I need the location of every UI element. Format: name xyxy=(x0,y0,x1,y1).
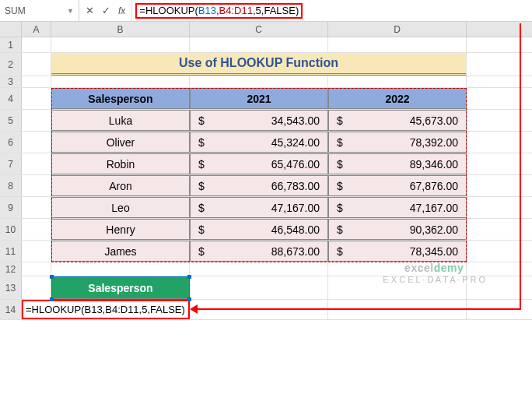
cell[interactable] xyxy=(22,53,51,76)
cell[interactable] xyxy=(51,37,190,52)
row-header[interactable]: 8 xyxy=(0,175,22,196)
row-header[interactable]: 6 xyxy=(0,132,22,153)
page-title: Use of HLOOKUP Function xyxy=(179,56,338,70)
cell[interactable] xyxy=(22,175,51,196)
cell-value-2022[interactable]: $45,673.00 xyxy=(328,110,467,131)
column-headers: A B C D xyxy=(0,22,532,37)
cell-name[interactable]: Aron xyxy=(51,175,190,196)
table-header-2021[interactable]: 2021 xyxy=(190,88,328,109)
table-row: 9Leo$47,167.00$47,167.00 xyxy=(0,197,532,219)
cell[interactable] xyxy=(22,76,51,87)
cell[interactable] xyxy=(22,153,51,174)
cancel-icon[interactable]: ✕ xyxy=(86,5,94,16)
cell[interactable] xyxy=(22,276,51,299)
formula-bar: SUM ▼ ✕ ✓ fx =HLOOKUP(B13,B4:D11,5,FALSE… xyxy=(0,0,532,22)
cell[interactable] xyxy=(22,132,51,153)
col-header-d[interactable]: D xyxy=(328,22,467,37)
table-header-salesperson[interactable]: Salesperson xyxy=(51,88,190,109)
cell[interactable] xyxy=(328,37,467,52)
cell-value-2022[interactable]: $78,392.00 xyxy=(328,132,467,153)
table-row: 7Robin$65,476.00$89,346.00 xyxy=(0,153,532,175)
row-header[interactable]: 5 xyxy=(0,110,22,131)
cell-name[interactable]: Oliver xyxy=(51,132,190,153)
formula-bar-buttons: ✕ ✓ fx xyxy=(79,0,132,21)
cell-value-2022[interactable]: $90,362.00 xyxy=(328,219,467,240)
cell-value-2022[interactable]: $78,345.00 xyxy=(328,241,467,262)
row-header[interactable]: 1 xyxy=(0,37,22,52)
col-header-b[interactable]: B xyxy=(51,22,190,37)
cell[interactable] xyxy=(22,241,51,262)
cell[interactable] xyxy=(22,37,51,52)
row-header[interactable]: 11 xyxy=(0,241,22,262)
cell-value-2022[interactable]: $47,167.00 xyxy=(328,197,467,218)
cell-value-2021[interactable]: $46,548.00 xyxy=(190,219,328,240)
row-2: 2 Use of HLOOKUP Function xyxy=(0,53,532,76)
name-box[interactable]: SUM ▼ xyxy=(0,0,79,21)
cell[interactable] xyxy=(190,76,328,87)
formula-cell-text: =HLOOKUP(B13,B4:D11,5,FALSE) xyxy=(26,304,185,315)
table-row: 10Henry$46,548.00$90,362.00 xyxy=(0,219,532,241)
cell[interactable] xyxy=(22,110,51,131)
fx-icon[interactable]: fx xyxy=(118,5,125,16)
cell[interactable] xyxy=(51,76,190,87)
cell-value-2022[interactable]: $67,876.00 xyxy=(328,175,467,196)
table-header-2022[interactable]: 2022 xyxy=(328,88,467,109)
row-header[interactable]: 2 xyxy=(0,53,22,76)
cell[interactable] xyxy=(190,262,328,276)
select-all-corner[interactable] xyxy=(0,22,22,37)
cell-name[interactable]: Robin xyxy=(51,153,190,174)
cell[interactable] xyxy=(190,37,328,52)
row-3: 3 xyxy=(0,76,532,88)
table-row: 8Aron$66,783.00$67,876.00 xyxy=(0,175,532,197)
row-header[interactable]: 13 xyxy=(0,276,22,299)
formula-cell[interactable]: =HLOOKUP(B13,B4:D11,5,FALSE) xyxy=(22,300,190,319)
row-14: 14 =HLOOKUP(B13,B4:D11,5,FALSE) xyxy=(0,300,532,320)
row-header[interactable]: 3 xyxy=(0,76,22,87)
cell-value-2021[interactable]: $66,783.00 xyxy=(190,175,328,196)
cell[interactable] xyxy=(328,76,467,87)
cell[interactable] xyxy=(22,88,51,109)
cell-value-2021[interactable]: $34,543.00 xyxy=(190,110,328,131)
cell[interactable] xyxy=(190,276,328,299)
cell-value-2021[interactable]: $65,476.00 xyxy=(190,153,328,174)
watermark: exceldemy E X C E L · D A T A · P R O xyxy=(383,262,485,285)
formula-text: =HLOOKUP(B13,B4:D11,5,FALSE) xyxy=(135,3,303,19)
chevron-down-icon[interactable]: ▼ xyxy=(67,7,74,15)
row-1: 1 xyxy=(0,37,532,53)
cell-name[interactable]: Leo xyxy=(51,197,190,218)
cell[interactable] xyxy=(22,262,51,276)
name-box-value: SUM xyxy=(5,5,26,16)
enter-icon[interactable]: ✓ xyxy=(102,5,110,16)
table-row: 6Oliver$45,324.00$78,392.00 xyxy=(0,132,532,153)
cell-name[interactable]: James xyxy=(51,241,190,262)
row-header[interactable]: 12 xyxy=(0,262,22,276)
cell[interactable] xyxy=(22,197,51,218)
row-header[interactable]: 14 xyxy=(0,300,22,319)
spreadsheet: A B C D 1 2 Use of HLOOKUP Function 3 4 … xyxy=(0,22,532,320)
lookup-header[interactable]: Salesperson xyxy=(51,276,190,299)
row-header[interactable]: 4 xyxy=(0,88,22,109)
title-cell[interactable]: Use of HLOOKUP Function xyxy=(51,53,467,76)
table-row: 11James$88,673.00$78,345.00 xyxy=(0,241,532,262)
cell-value-2021[interactable]: $47,167.00 xyxy=(190,197,328,218)
table-row: 5Luka$34,543.00$45,673.00 xyxy=(0,110,532,132)
cell-value-2021[interactable]: $88,673.00 xyxy=(190,241,328,262)
row-header[interactable]: 9 xyxy=(0,197,22,218)
cell[interactable] xyxy=(328,300,467,319)
cell-value-2022[interactable]: $89,346.00 xyxy=(328,153,467,174)
formula-input[interactable]: =HLOOKUP(B13,B4:D11,5,FALSE) xyxy=(132,0,532,21)
row-header[interactable]: 7 xyxy=(0,153,22,174)
cell-name[interactable]: Luka xyxy=(51,110,190,131)
cell[interactable] xyxy=(51,262,190,276)
row-header[interactable]: 10 xyxy=(0,219,22,240)
cell[interactable] xyxy=(190,300,328,319)
row-4: 4 Salesperson 2021 2022 xyxy=(0,88,532,110)
col-header-a[interactable]: A xyxy=(22,22,51,37)
cell-name[interactable]: Henry xyxy=(51,219,190,240)
col-header-c[interactable]: C xyxy=(190,22,328,37)
cell-value-2021[interactable]: $45,324.00 xyxy=(190,132,328,153)
cell[interactable] xyxy=(22,219,51,240)
